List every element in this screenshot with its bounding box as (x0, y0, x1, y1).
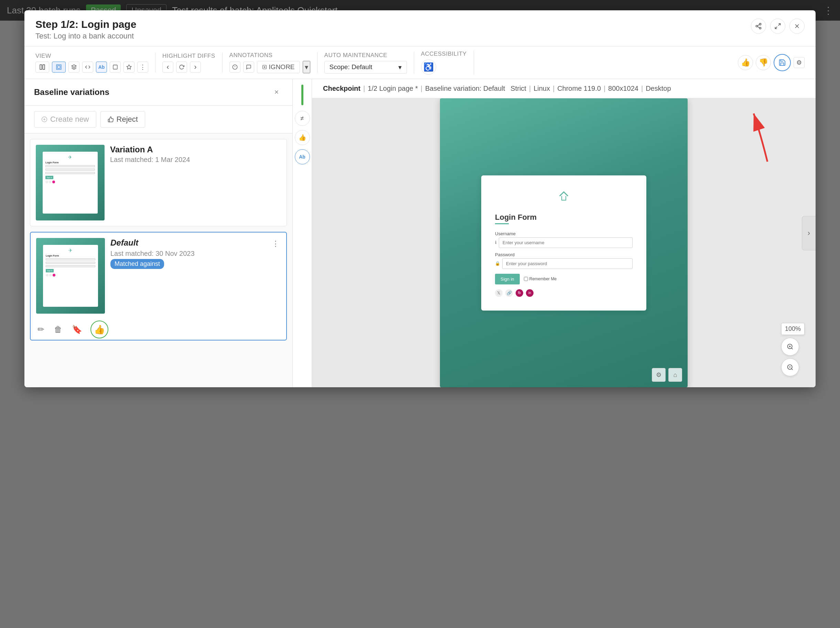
edit-variation-button[interactable]: ✏ (36, 323, 46, 336)
baseline-variations-title: Baseline variations (34, 87, 109, 97)
social-icon-link[interactable]: 🔗 (505, 289, 513, 297)
view-controls: Ab ⋮ (35, 62, 148, 73)
svg-marker-13 (71, 65, 76, 67)
checkpoint-strict: Strict (510, 85, 526, 93)
save-button[interactable] (774, 54, 791, 71)
auto-maintenance-controls: Scope: Default ▾ (324, 61, 407, 74)
password-label: Password (495, 252, 633, 257)
variations-list: ✈ Login Form Sign in (24, 133, 292, 387)
toolbar-annotations-section: ANNOTATIONS IGNORE ▾ (223, 52, 317, 73)
modal: Step 1/2: Login page Test: Log into a ba… (24, 10, 816, 387)
ignore-dropdown-btn[interactable]: ▾ (303, 61, 310, 73)
modal-header: Step 1/2: Login page Test: Log into a ba… (24, 10, 816, 46)
view-ab-btn[interactable]: Ab (96, 62, 107, 73)
username-input[interactable] (499, 237, 633, 248)
svg-rect-11 (57, 65, 61, 69)
zoom-controls: 100% (781, 323, 805, 376)
svg-line-5 (778, 24, 780, 26)
highlight-next-btn[interactable]: › (190, 62, 201, 73)
checkpoint-variation: Baseline variation: Default (425, 85, 505, 93)
preview-bottom-icons: ⚙ ⌂ (652, 368, 682, 382)
svg-line-4 (758, 24, 759, 25)
delete-variation-button[interactable]: 🗑 (53, 323, 64, 336)
right-edge-collapse-button[interactable]: › (802, 216, 816, 250)
toolbar-right: 👍 👎 ⚙ (738, 54, 805, 71)
checkpoint-viewport: 800x1024 (608, 85, 638, 93)
login-form-divider (495, 223, 509, 224)
svg-line-6 (775, 27, 777, 29)
password-input[interactable] (502, 258, 633, 269)
checkpoint-os: Linux (534, 85, 550, 93)
thumb-down-button[interactable]: 👎 (756, 55, 771, 70)
svg-rect-14 (113, 65, 117, 69)
checkpoint-device: Desktop (646, 85, 671, 93)
highlight-controls: ‹ › (163, 62, 201, 73)
variation-default-actions: ✏ 🗑 🔖 👍 (31, 319, 286, 340)
reject-button[interactable]: Reject (100, 111, 145, 128)
modal-share-button[interactable] (751, 19, 766, 34)
settings-button[interactable]: ⚙ (794, 57, 805, 68)
ignore-label: IGNORE (269, 63, 295, 71)
variation-menu-button[interactable]: ⋮ (270, 238, 281, 250)
social-icon-extra[interactable]: in (526, 289, 534, 297)
svg-rect-12 (57, 66, 60, 68)
auto-maintenance-label: AUTO MAINTENANCE (324, 52, 387, 59)
view-more-btn[interactable]: ⋮ (137, 62, 148, 73)
matched-against-badge: Matched against (111, 259, 164, 269)
modal-body: Baseline variations × Create new Reject (24, 79, 816, 387)
preview-home-button[interactable]: ⌂ (668, 368, 682, 382)
left-panel-close-button[interactable]: × (270, 86, 283, 98)
create-new-label: Create new (50, 115, 89, 124)
ignore-button[interactable]: IGNORE (257, 61, 300, 73)
variation-a-name: Variation A (110, 145, 281, 155)
checkpoint-browser: Chrome 119.0 (557, 85, 601, 93)
green-indicator-bar (301, 85, 303, 105)
scope-chevron: ▾ (398, 63, 402, 71)
svg-point-1 (756, 25, 758, 27)
svg-line-29 (791, 369, 793, 370)
view-magic-btn[interactable] (123, 62, 134, 73)
remember-me-checkbox[interactable] (524, 277, 528, 281)
thumb-logo: ✈ (46, 155, 95, 160)
preview-gear-button[interactable]: ⚙ (652, 368, 666, 382)
thumb-up-button[interactable]: 👍 (738, 55, 753, 70)
save-variation-button[interactable]: 🔖 (71, 323, 84, 336)
modal-expand-button[interactable] (770, 19, 785, 34)
highlight-refresh-btn[interactable] (176, 62, 187, 73)
create-new-button[interactable]: Create new (34, 111, 96, 128)
checkpoint-label: Checkpoint (323, 85, 360, 93)
social-icon-fb[interactable]: fb (516, 289, 523, 297)
view-split-btn[interactable] (35, 62, 49, 73)
annotation-alert-btn[interactable] (229, 62, 240, 73)
left-panel-header: Baseline variations × (24, 79, 292, 106)
checkpoint-step: 1/2 Login page * (368, 85, 418, 93)
diff-ab-button[interactable]: Ab (295, 149, 310, 164)
view-layers-btn[interactable] (68, 62, 79, 73)
svg-line-3 (758, 27, 759, 27)
annotation-comment-btn[interactable] (243, 62, 254, 73)
diff-neq-button[interactable]: ≠ (295, 111, 310, 126)
zoom-in-button[interactable] (781, 338, 799, 356)
variation-a-inner: ✈ Login Form Sign in (30, 139, 287, 226)
view-frame-btn[interactable] (110, 62, 121, 73)
login-logo (495, 189, 633, 206)
social-icon-twitter[interactable]: 𝕏 (495, 289, 502, 297)
left-panel-actions: Create new Reject (24, 106, 292, 133)
variation-default-date: Last matched: 30 Nov 2023 (111, 250, 281, 257)
sign-in-button[interactable]: Sign in (495, 274, 520, 284)
diff-thumb-button[interactable]: 👍 (295, 130, 310, 145)
zoom-out-button[interactable] (781, 358, 799, 376)
modal-close-button[interactable] (789, 19, 805, 34)
modal-title: Step 1/2: Login page (35, 19, 136, 30)
variation-default-thumbnail: ✈ Login Form Sign in (36, 238, 105, 314)
approve-variation-button[interactable]: 👍 (90, 320, 108, 338)
modal-header-actions (751, 19, 805, 34)
view-overlay-btn[interactable] (52, 62, 66, 73)
highlight-prev-btn[interactable]: ‹ (163, 62, 174, 73)
view-code-btn[interactable] (82, 62, 93, 73)
variation-card-default[interactable]: ✈ Login Form Sign in (30, 232, 287, 341)
zoom-level: 100% (781, 323, 805, 335)
scope-select[interactable]: Scope: Default ▾ (324, 61, 407, 74)
variation-card-a[interactable]: ✈ Login Form Sign in (30, 139, 287, 226)
accessibility-button[interactable]: ♿ (421, 60, 436, 75)
